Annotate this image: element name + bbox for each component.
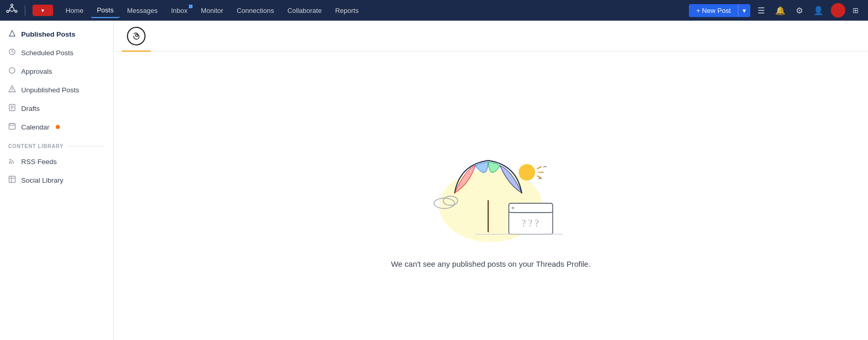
sidebar-item-label-social-library: Social Library <box>21 176 63 184</box>
svg-point-1 <box>11 4 13 6</box>
sidebar-item-published-posts[interactable]: Published Posts <box>0 25 113 43</box>
sidebar-item-label-rss: RSS Feeds <box>21 158 57 166</box>
sidebar-item-label-drafts: Drafts <box>21 105 40 112</box>
svg-point-0 <box>10 7 14 11</box>
svg-rect-32 <box>509 203 553 213</box>
drafts-icon <box>8 104 16 113</box>
brand-selector[interactable]: ▾ <box>33 5 53 16</box>
sidebar-item-label-calendar: Calendar <box>21 123 50 131</box>
user-avatar[interactable] <box>831 3 845 18</box>
svg-point-10 <box>12 90 12 91</box>
svg-point-33 <box>512 207 515 209</box>
new-post-button[interactable]: + New Post <box>689 4 738 17</box>
svg-line-29 <box>537 176 541 178</box>
empty-illustration: ? ? ? <box>413 123 568 247</box>
nav-messages[interactable]: Messages <box>121 4 164 18</box>
platform-tabs <box>114 21 868 52</box>
sidebar-item-label-approvals: Approvals <box>21 68 52 75</box>
svg-line-6 <box>9 10 10 11</box>
tab-threads[interactable] <box>122 21 151 52</box>
sidebar-item-drafts[interactable]: Drafts <box>0 99 113 118</box>
apps-icon[interactable]: ⊞ <box>849 4 862 17</box>
nav-reports[interactable]: Reports <box>329 4 365 18</box>
menu-icon[interactable]: ☰ <box>754 4 768 18</box>
nav-divider <box>25 5 25 15</box>
empty-state: ? ? ? We can't see any published posts o… <box>114 52 868 340</box>
calendar-icon <box>8 122 16 132</box>
nav-home[interactable]: Home <box>59 4 90 18</box>
unpublished-posts-icon <box>8 85 16 94</box>
svg-point-26 <box>519 164 535 181</box>
nav-monitor[interactable]: Monitor <box>195 4 229 18</box>
sidebar-item-approvals[interactable]: Approvals <box>0 62 113 80</box>
main-content: ? ? ? We can't see any published posts o… <box>114 21 868 340</box>
svg-point-2 <box>15 10 17 12</box>
svg-point-3 <box>7 10 9 12</box>
main-layout: Published Posts Scheduled Posts Approval… <box>0 21 868 340</box>
nav-collaborate[interactable]: Collaborate <box>281 4 328 18</box>
svg-line-5 <box>14 10 15 11</box>
brand-chevron-icon: ▾ <box>41 7 44 14</box>
threads-platform-icon <box>127 27 146 45</box>
svg-point-8 <box>9 68 15 73</box>
svg-rect-15 <box>9 124 15 129</box>
top-navigation: ▾ Home Posts Messages Inbox Monitor Conn… <box>0 0 868 21</box>
published-posts-icon <box>8 29 16 39</box>
inbox-badge <box>189 5 192 8</box>
sidebar-item-label-scheduled: Scheduled Posts <box>21 49 73 57</box>
svg-point-19 <box>9 163 11 164</box>
sidebar-item-social-library[interactable]: Social Library <box>0 171 113 189</box>
sidebar-item-label-published: Published Posts <box>21 30 75 38</box>
rss-feeds-icon <box>8 157 16 166</box>
sidebar-item-rss-feeds[interactable]: RSS Feeds <box>0 152 113 171</box>
calendar-notification-badge <box>56 125 60 129</box>
svg-text:? ? ?: ? ? ? <box>522 218 539 229</box>
empty-state-message: We can't see any published posts on your… <box>391 260 591 268</box>
new-post-dropdown-button[interactable]: ▾ <box>738 4 750 17</box>
nav-inbox[interactable]: Inbox <box>165 4 194 18</box>
nav-posts[interactable]: Posts <box>91 3 120 18</box>
settings-icon[interactable]: ⚙ <box>793 4 806 18</box>
svg-rect-20 <box>9 176 15 183</box>
scheduled-posts-icon <box>8 48 16 57</box>
sidebar-item-unpublished-posts[interactable]: Unpublished Posts <box>0 80 113 99</box>
sidebar-item-label-unpublished: Unpublished Posts <box>21 86 79 94</box>
new-post-button-group[interactable]: + New Post ▾ <box>689 4 750 17</box>
logo-area: ▾ <box>6 4 53 18</box>
app-logo-icon <box>6 4 18 18</box>
notifications-icon[interactable]: 🔔 <box>772 4 789 18</box>
approvals-icon <box>8 67 16 76</box>
svg-line-27 <box>537 167 541 169</box>
sidebar: Published Posts Scheduled Posts Approval… <box>0 21 114 340</box>
social-library-icon <box>8 175 16 185</box>
sidebar-item-calendar[interactable]: Calendar <box>0 118 113 136</box>
help-icon[interactable]: 👤 <box>810 4 827 18</box>
main-navigation: Home Posts Messages Inbox Monitor Connec… <box>59 3 687 18</box>
content-library-section-label: CONTENT LIBRARY <box>0 136 113 152</box>
nav-connections[interactable]: Connections <box>231 4 280 18</box>
topnav-right-area: + New Post ▾ ☰ 🔔 ⚙ 👤 ⊞ <box>689 3 862 18</box>
sidebar-item-scheduled-posts[interactable]: Scheduled Posts <box>0 43 113 62</box>
